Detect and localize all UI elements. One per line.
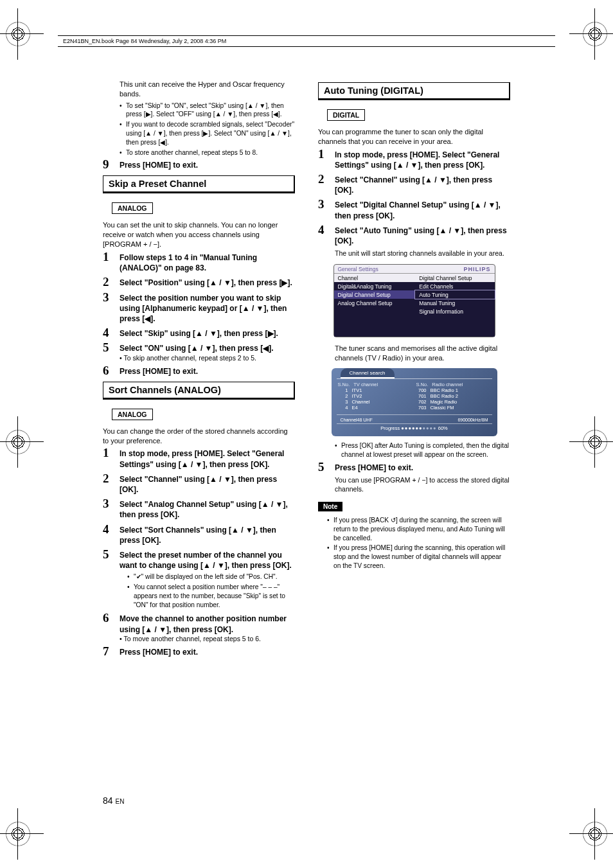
step-text: Select the position number you want to s… [120, 293, 295, 324]
auto-intro: You can programme the tuner to scan only… [318, 127, 510, 146]
brand-label: PHILIPS [415, 265, 494, 274]
step-number: 2 [103, 275, 109, 289]
step-number: 2 [103, 472, 109, 486]
step-number: 5 [103, 547, 109, 562]
step-item: 4Select "Sort Channels" using [▲ / ▼], t… [103, 525, 295, 545]
step-number: 5 [103, 341, 109, 355]
step-text: Select "Skip" using [▲ / ▼], then press … [120, 328, 295, 339]
cell: E4 [352, 405, 358, 411]
step-text: Move the channel to another position num… [120, 614, 295, 634]
step-item: 4Select "Auto Tuning" using [▲ / ▼], the… [318, 226, 510, 258]
cell: 703 [416, 405, 427, 411]
step-text: Select "ON" using [▲ / ▼], then press [◀… [120, 343, 295, 353]
cell: 3 [338, 399, 348, 405]
step-text: Select "Auto Tuning" using [▲ / ▼], then… [335, 226, 510, 246]
menu-item: Analog Channel Setup [334, 299, 416, 307]
step-number: 9 [103, 157, 109, 172]
progress-dots-on: ●●●●●● [401, 425, 422, 431]
menu-label: General Settings [334, 265, 416, 274]
intro-text: This unit can receive the Hyper and Osca… [103, 80, 295, 99]
step-number: 2 [318, 172, 324, 186]
cell: ITV2 [352, 393, 362, 399]
crop-mark-icon [6, 430, 30, 454]
step-number: 3 [103, 497, 109, 511]
step-sub: You can use [PROGRAM + / −] to access th… [335, 475, 510, 493]
step-text: Press [HOME] to exit. [120, 160, 295, 170]
step-number: 5 [318, 460, 324, 474]
step-item: 2Select "Channel" using [▲ / ▼], then pr… [103, 474, 295, 495]
list-item: "✔" will be displayed on the left side o… [127, 572, 295, 581]
step-item: 3Select the position number you want to … [103, 293, 295, 324]
step-text: Select "Digital Channel Setup" using [▲ … [335, 200, 510, 220]
col-head: TV channel [353, 382, 378, 387]
list-item: If you want to decode scrambled signals,… [120, 120, 295, 146]
step-item: 5 Press [HOME] to exit. You can use [PRO… [318, 463, 510, 494]
step-text: Select "Channel" using [▲ / ▼], then pre… [335, 175, 510, 195]
cell: Classic FM [431, 405, 454, 411]
step-text: Follow steps 1 to 4 in "Manual Tuning (A… [120, 252, 295, 273]
step-number: 1 [103, 446, 109, 460]
right-column: Auto Tuning (DIGITAL) DIGITAL You can pr… [318, 77, 510, 662]
analog-badge: ANALOG [112, 202, 153, 214]
progress-pct: 60% [438, 425, 448, 431]
step-item: 3Select "Digital Channel Setup" using [▲… [318, 200, 510, 220]
step-item: 1In stop mode, press [HOME]. Select "Gen… [103, 448, 295, 469]
step-item: 2Select "Channel" using [▲ / ▼], then pr… [318, 175, 510, 195]
note-badge: Note [318, 502, 342, 511]
menu-item: Manual Tuning [415, 299, 494, 307]
scan-progress: Progress ●●●●●●●●●● 60% [332, 424, 497, 431]
sort-steps: 1In stop mode, press [HOME]. Select "Gen… [103, 448, 295, 657]
step-number: 6 [103, 611, 109, 625]
menu-label: Digital Channel Setup [415, 274, 494, 283]
scan-radio-column: S.No.Radio channel 700BBC Radio 1 701BBC… [416, 382, 491, 411]
digital-badge: DIGITAL [327, 109, 365, 121]
col-head: Radio channel [432, 382, 463, 387]
cell: 700 [416, 387, 427, 393]
list-item: Press [OK] after Auto Tuning is complete… [335, 441, 510, 459]
cell: Channel [352, 399, 370, 405]
scan-tv-column: S.No.TV channel 1ITV1 2ITV2 3Channel 4E4 [338, 382, 413, 411]
step-sub-list: "✔" will be displayed on the left side o… [120, 572, 295, 609]
step-item: 3Select "Analog Channel Setup" using [▲ … [103, 499, 295, 520]
auto-steps: 1In stop mode, press [HOME]. Select "Gen… [318, 150, 510, 258]
scan-tab: Channel search [341, 368, 395, 378]
step-item: 1In stop mode, press [HOME]. Select "Gen… [318, 150, 510, 170]
step-item: 6Press [HOME] to exit. [103, 366, 295, 376]
step-item: 6Move the channel to another position nu… [103, 614, 295, 642]
page-body: This unit can receive the Hyper and Osca… [58, 55, 555, 813]
menu-screenshot: General SettingsPHILIPS ChannelDigital C… [333, 264, 495, 337]
step-text: Select "Analog Channel Setup" using [▲ /… [120, 499, 295, 520]
list-item: To set "Skip" to "ON", select "Skip" usi… [120, 102, 295, 120]
cell: 702 [416, 399, 427, 405]
step-text: Press [HOME] to exit. [335, 463, 510, 473]
step-text: Select "Channel" using [▲ / ▼], then pre… [120, 474, 295, 495]
note-bullets: If you press [BACK ↺] during the scannin… [318, 516, 510, 571]
left-column: This unit can receive the Hyper and Osca… [103, 77, 295, 662]
menu-item: Signal Information [415, 307, 494, 315]
after-menu-text: The tuner scans and memorises all the ac… [318, 344, 510, 363]
cell: ITV1 [352, 387, 362, 393]
step-item: 7Press [HOME] to exit. [103, 647, 295, 657]
step-item: 5Select "ON" using [▲ / ▼], then press [… [103, 343, 295, 361]
page-number-value: 84 [103, 795, 113, 806]
menu-item-selected: Digital Channel Setup [334, 290, 416, 299]
sort-intro: You can change the order of the stored c… [103, 427, 295, 446]
section-heading-auto: Auto Tuning (DIGITAL) [318, 82, 510, 100]
cell: 1 [338, 387, 348, 393]
section-heading-skip: Skip a Preset Channel [103, 175, 295, 193]
page-number-lang: EN [113, 798, 125, 805]
page-number: 84EN [103, 795, 124, 806]
step-number: 6 [103, 364, 109, 378]
scan-foot-left: Channel48 UHF [341, 418, 373, 422]
list-item: You cannot select a position number wher… [127, 583, 295, 609]
cell: 701 [416, 393, 427, 399]
crop-mark-icon [6, 822, 30, 846]
step-sub: • To skip another channel, repeat steps … [120, 354, 295, 362]
scan-foot-right: 690000kHz/8M [458, 418, 488, 422]
step-text: Select "Position" using [▲ / ▼], then pr… [120, 278, 295, 288]
menu-item: Digital&Analog Tuning [334, 282, 416, 290]
col-head: S.No. [416, 382, 429, 387]
step-item: 1Follow steps 1 to 4 in "Manual Tuning (… [103, 252, 295, 273]
cell: 2 [338, 393, 348, 399]
step-text: Select "Sort Channels" using [▲ / ▼], th… [120, 525, 295, 545]
